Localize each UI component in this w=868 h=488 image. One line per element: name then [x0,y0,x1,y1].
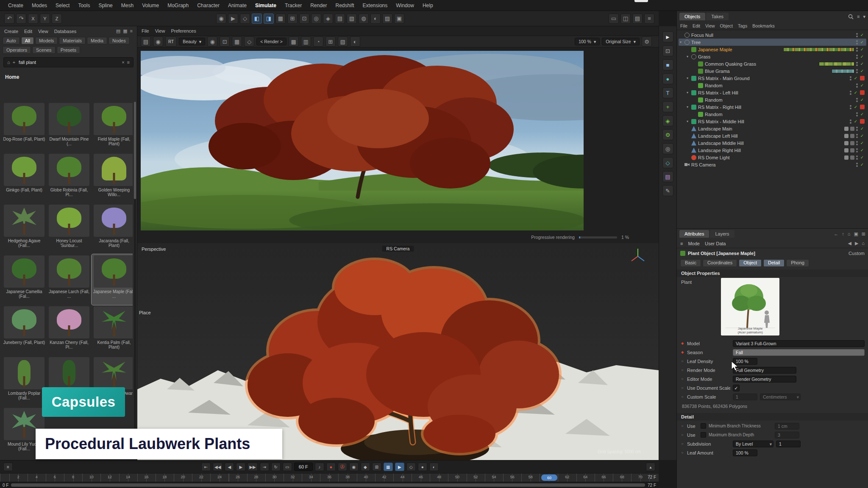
side-tool-icon[interactable]: ◈ [662,115,673,126]
transport-button[interactable]: ↻ [271,463,281,471]
keying-button[interactable]: ▦ [384,463,393,471]
keyframe-marker-icon[interactable]: ○ [680,395,684,399]
nav-icon[interactable]: ⌂ [848,231,851,237]
enabled-check-icon[interactable] [853,76,858,80]
redshift-material-icon[interactable] [860,105,865,109]
side-tool-icon[interactable]: T [662,87,673,98]
attribute-section-tab[interactable]: Detail [763,259,785,267]
keying-button[interactable]: ▶ [395,463,404,471]
panel-layout-icon[interactable]: ▤ [116,28,120,34]
menubar-item[interactable]: Modes [28,1,51,10]
toolbar-icon[interactable]: ◐ [370,14,381,24]
menubar-item[interactable]: Mesh [117,1,137,10]
history-nav-icon[interactable]: ⌂ [862,241,865,246]
render-toolbar-icon[interactable]: ◉ [207,36,217,47]
toolbar-icon[interactable]: ◈ [323,14,333,24]
toolbar-icon[interactable]: ▶ [228,14,238,24]
visibility-dots[interactable] [856,69,858,73]
attribute-control[interactable]: 3 [775,432,799,438]
render-view-menu-item[interactable]: View [155,28,165,33]
render-view-menu-item[interactable]: Preferences [171,28,196,33]
toolbar-icon[interactable]: ↷ [16,14,26,24]
render-engine-dropdown[interactable]: < Render > [256,38,287,45]
render-toolbar-icon[interactable]: ▦ [232,36,242,47]
menubar-item[interactable]: Select [52,1,73,10]
toolbar-icon[interactable]: ▧ [347,14,357,24]
playhead[interactable]: 60 [541,474,557,481]
enabled-check-icon[interactable] [853,119,858,124]
object-row[interactable]: ▾ RS Matrix - Middle Hill [679,118,866,125]
timeline-expand-icon[interactable]: ▴ [646,463,655,471]
mode-dropdown[interactable]: Mode [688,241,700,246]
asset-scrollbar[interactable] [134,102,136,458]
menubar-item[interactable]: Tools [74,1,94,10]
tag-icon[interactable] [844,141,849,145]
object-manager-menu-item[interactable]: View [705,23,715,28]
menubar-item[interactable]: MoGraph [164,1,192,10]
object-row[interactable]: ▾ Tree [679,39,866,46]
custom-button[interactable]: Custom [849,251,865,256]
asset-menu-item[interactable]: Edit [24,29,32,34]
side-tool-icon[interactable]: ⊡ [662,45,673,56]
object-row[interactable]: Japanese Maple [679,46,866,53]
enabled-check-icon[interactable] [860,69,865,73]
render-toolbar-icon[interactable]: RT [165,36,177,47]
menubar-item[interactable]: Help [419,1,437,10]
object-manager-menu-item[interactable]: Tags [738,23,747,28]
visibility-dots[interactable] [850,91,851,95]
visibility-dots[interactable] [856,127,858,131]
history-nav-icon[interactable]: ◀ [848,241,851,246]
asset-filter-tab[interactable]: Auto [3,37,20,44]
perspective-viewport[interactable]: Perspective RS Camera Place Grid Spacing… [137,243,659,460]
asset-tile[interactable]: Dwarf Mountain Pine (... [47,102,92,152]
attribute-control[interactable]: ✓ [733,385,740,391]
render-toolbar-icon[interactable]: ⊡ [220,36,230,47]
expand-arrow-icon[interactable]: ▾ [679,40,683,44]
filter-icon[interactable]: ≡ [857,14,860,19]
menubar-item[interactable]: Window [392,1,418,10]
keyframe-marker-icon[interactable]: ○ [680,424,684,428]
tag-icon[interactable] [844,127,849,131]
keyframe-marker-icon[interactable]: ○ [680,359,684,363]
menubar-item[interactable]: Character [193,1,223,10]
asset-tile[interactable]: Juneberry (Fall, Plant) [2,305,47,356]
asset-category-tab[interactable]: Operators [3,46,31,54]
asset-category-tab[interactable]: Presets [57,46,80,54]
render-toolbar-icon[interactable]: ▧ [338,36,348,47]
asset-tile[interactable]: Lombardy Poplar (Fall... [2,356,47,407]
side-tool-icon[interactable]: ● [662,73,673,84]
keying-button[interactable]: ⊞ [372,463,381,471]
keying-button[interactable]: ◆ [361,463,370,471]
side-tool-icon[interactable]: ◇ [662,157,673,168]
keyframe-marker-icon[interactable]: ○ [680,386,684,390]
material-swatches[interactable] [783,47,854,52]
object-row[interactable]: Landscape Left Hill [679,132,866,139]
attribute-control[interactable]: Variant 3 Full-Grown [733,340,865,347]
keyframe-marker-icon[interactable]: ◆ [680,341,684,345]
object-manager-tab[interactable]: Takes [706,13,729,20]
transport-button[interactable]: ▶ [236,463,245,471]
render-toolbar-icon[interactable]: ⊞ [326,36,336,47]
tag-icon[interactable] [844,134,849,138]
zoom-dropdown[interactable]: 100 % ▾ [575,38,600,45]
range-end-field[interactable]: 72 F [648,483,656,488]
menubar-item[interactable]: Create [4,1,27,10]
visibility-dots[interactable] [856,62,858,66]
keyframe-marker-icon[interactable]: ○ [680,377,684,381]
tag-icon[interactable] [844,148,849,152]
keying-button[interactable]: ♪ [315,463,324,471]
keying-button[interactable]: ◉ [349,463,359,471]
asset-tile[interactable]: Golden Weeping Willo... [92,152,133,203]
object-manager-menu-item[interactable]: Edit [693,23,700,28]
toolbar-icon[interactable]: Y [40,14,50,24]
keying-button[interactable]: ◇ [406,463,416,471]
object-row[interactable]: RS Camera [679,161,866,168]
panel-layout-icon[interactable]: ▦ [123,28,127,34]
render-toolbar-icon[interactable]: ◇ [244,36,254,47]
enabled-check-icon[interactable] [853,90,858,95]
viewport-name-label[interactable]: Perspective [142,247,166,252]
attribute-control[interactable]: Fall [733,349,865,356]
asset-filter-tab[interactable]: Materials [59,37,86,44]
enabled-check-icon[interactable] [860,148,865,152]
asset-tile[interactable]: Japanese Larch (Fall, ... [47,254,92,305]
